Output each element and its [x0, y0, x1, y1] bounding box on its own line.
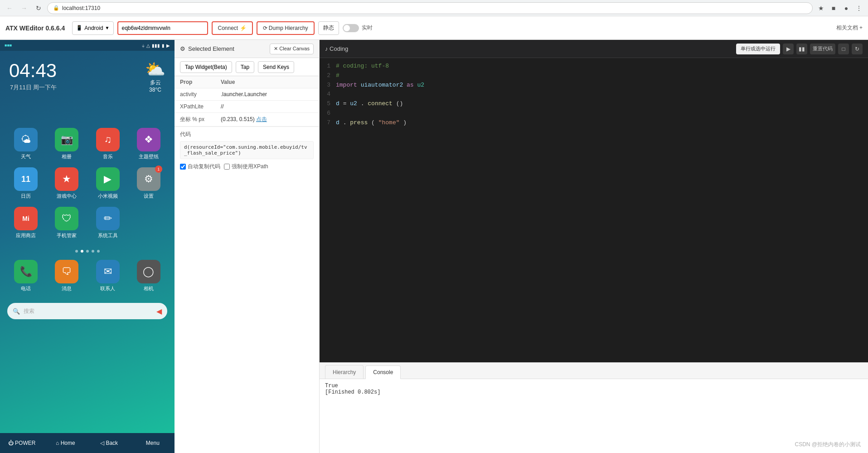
force-xpath-checkbox-wrap[interactable]: 强制使用XPath — [224, 163, 268, 170]
menu-button[interactable]: Menu — [131, 433, 175, 453]
editor-header: ♪ Coding 单行或选中运行 ▶ ▮▮ 重置代码 □ ↻ — [320, 40, 868, 58]
browser-chrome: ← → ↻ 🔒 localhost:17310 ★ ■ ● ⋮ — [0, 0, 868, 16]
reload-button[interactable]: ↻ — [33, 2, 44, 14]
col-prop: Prop — [175, 76, 215, 88]
console-line-2: [Finished 0.802s] — [325, 389, 863, 395]
app-appstore[interactable]: Mi 应用商店 — [9, 207, 43, 239]
bottom-tabs: Hierarchy Console — [320, 363, 868, 379]
home-button[interactable]: ⌂ Home — [44, 433, 87, 453]
forward-button[interactable]: → — [18, 2, 30, 14]
run-button[interactable]: 单行或选中运行 — [736, 44, 780, 54]
connect-button[interactable]: Connect ⚡ — [212, 21, 253, 35]
editor-title: ♪ Coding — [325, 45, 348, 52]
realtime-label: 实时 — [362, 24, 373, 32]
phone-status-bar: ■■■ ⏚ △ ▮▮▮ ▮ ▶ — [0, 40, 175, 51]
inspector-props: Prop Value activity .launcher.Launcher X… — [175, 76, 319, 453]
realtime-toggle[interactable] — [343, 24, 359, 32]
tab-hierarchy[interactable]: Hierarchy — [325, 365, 364, 379]
menu-icon[interactable]: ⋮ — [853, 3, 864, 14]
code-line-2: 2 # — [320, 71, 868, 81]
click-link[interactable]: 点击 — [256, 116, 267, 122]
code-section: 代码 d(resourceId="com.suning.mobile.ebuyi… — [175, 127, 319, 174]
app-tools[interactable]: ✏ 系统工具 — [91, 207, 125, 239]
reload-editor-button[interactable]: ↻ — [852, 44, 863, 54]
weather-icon: ⛅ — [145, 60, 165, 79]
auto-copy-checkbox[interactable] — [180, 164, 186, 170]
phone-panel: ■■■ ⏚ △ ▮▮▮ ▮ ▶ 04:43 7月11日 周一下午 ⛅ 多云 38… — [0, 40, 175, 453]
app-security[interactable]: 🛡 手机管家 — [50, 207, 83, 239]
stop-icon-button[interactable]: ▮▮ — [796, 44, 807, 54]
search-icon: 🔍 — [13, 308, 20, 315]
app-camera[interactable]: ◯ 相机 — [132, 260, 165, 292]
power-button[interactable]: ⏻ POWER — [0, 433, 44, 453]
col-value: Value — [215, 76, 319, 88]
back-nav-button[interactable]: ◁ Back — [87, 433, 131, 453]
page-dots — [0, 250, 175, 253]
app-messages[interactable]: 🗨 消息 — [50, 260, 83, 292]
inspector-panel: ⚙ Selected Element ✕ Clear Canvas Tap Wi… — [175, 40, 320, 453]
arrow-icon: ◀ — [156, 307, 162, 316]
inspector-actions: Tap Widget(Beta) Tap Send Keys — [175, 58, 319, 76]
device-id-input[interactable] — [117, 21, 208, 35]
docs-link[interactable]: 相关文档 + — [836, 24, 863, 32]
run-icon-button[interactable]: ▶ — [783, 44, 794, 54]
inspector-header: ⚙ Selected Element ✕ Clear Canvas — [175, 40, 319, 58]
phone-nav-bar: ⏻ POWER ⌂ Home ◁ Back Menu — [0, 433, 175, 453]
editor-body[interactable]: 1 # coding: utf-8 2 # 3 import uiautomat… — [320, 58, 868, 362]
app-weather[interactable]: 🌤 天气 — [9, 128, 43, 160]
app-games[interactable]: ★ 游戏中心 — [50, 167, 83, 200]
app-calendar[interactable]: 11 日历 — [9, 167, 43, 200]
console-line-1: True — [325, 383, 863, 389]
code-options: 自动复制代码 强制使用XPath — [180, 163, 314, 170]
auto-copy-checkbox-wrap[interactable]: 自动复制代码 — [180, 163, 220, 170]
app-phone[interactable]: 📞 电话 — [9, 260, 43, 292]
table-row: activity .launcher.Launcher — [175, 88, 319, 101]
console-output: True [Finished 0.802s] — [320, 379, 868, 453]
app-themes[interactable]: ❖ 主题壁纸 — [132, 128, 165, 160]
dump-hierarchy-button[interactable]: ⟳ Dump Hierarchy — [257, 21, 315, 35]
code-box: d(resourceId="com.suning.mobile.ebuyid/t… — [180, 141, 314, 159]
app-video[interactable]: ▶ 小米视频 — [91, 167, 125, 200]
editor-console-panel: ♪ Coding 单行或选中运行 ▶ ▮▮ 重置代码 □ ↻ 1 # codin… — [320, 40, 868, 453]
quick-apps: 📞 电话 🗨 消息 ✉ 联系人 ◯ 相机 — [0, 256, 175, 299]
extension-icon[interactable]: ■ — [828, 3, 839, 14]
tab-console[interactable]: Console — [365, 365, 401, 379]
editor-panel: ♪ Coding 单行或选中运行 ▶ ▮▮ 重置代码 □ ↻ 1 # codin… — [320, 40, 868, 362]
address-bar[interactable]: 🔒 localhost:17310 — [47, 2, 813, 14]
force-xpath-checkbox[interactable] — [224, 164, 230, 170]
phone-search-bar[interactable]: 🔍 搜索 ◀ — [7, 303, 167, 319]
code-label: 代码 — [180, 131, 314, 138]
bottom-panel: Hierarchy Console True [Finished 0.802s] — [320, 362, 868, 453]
send-keys-button[interactable]: Send Keys — [258, 61, 294, 73]
inspector-title: ⚙ Selected Element — [180, 45, 234, 52]
app-mail[interactable]: ✉ 联系人 — [91, 260, 125, 292]
code-line-5: 5 d = u2 . connect () — [320, 99, 868, 109]
logs-button[interactable]: 静态 — [318, 21, 339, 35]
weather-desc: 多云 — [145, 79, 165, 87]
app-settings[interactable]: ⚙ 1 设置 — [132, 167, 165, 200]
reset-code-button[interactable]: 重置代码 — [810, 44, 835, 54]
device-selector[interactable]: 📱 Android ▼ — [72, 21, 113, 35]
table-row: XPathLite // — [175, 101, 319, 113]
clear-canvas-button[interactable]: ✕ Clear Canvas — [270, 44, 314, 54]
table-row: 坐标 % px (0.233, 0.515) 点击 — [175, 113, 319, 127]
realtime-toggle-wrap: 实时 — [343, 24, 373, 32]
phone-screen: 04:43 7月11日 周一下午 ⛅ 多云 38°C 🌤 天气 📷 相册 ♫ — [0, 51, 175, 433]
app-music[interactable]: ♫ 音乐 — [91, 128, 125, 160]
props-table: Prop Value activity .launcher.Launcher X… — [175, 76, 319, 127]
app-gallery[interactable]: 📷 相册 — [50, 128, 83, 160]
app-grid-row1: 🌤 天气 📷 相册 ♫ 音乐 ❖ 主题壁纸 11 日 — [0, 92, 175, 246]
profile-icon[interactable]: ● — [841, 3, 852, 14]
code-line-1: 1 # coding: utf-8 — [320, 62, 868, 71]
tap-widget-button[interactable]: Tap Widget(Beta) — [180, 61, 232, 73]
tap-button[interactable]: Tap — [236, 61, 254, 73]
watermark: CSDN @拒绝内卷的小测试 — [795, 441, 861, 448]
code-line-6: 6 — [320, 109, 868, 118]
main-layout: ■■■ ⏚ △ ▮▮▮ ▮ ▶ 04:43 7月11日 周一下午 ⛅ 多云 38… — [0, 40, 868, 453]
clear-editor-button[interactable]: □ — [838, 44, 849, 54]
bookmark-icon[interactable]: ★ — [815, 3, 826, 14]
code-line-4: 4 — [320, 90, 868, 99]
editor-toolbar: 单行或选中运行 ▶ ▮▮ 重置代码 □ ↻ — [736, 44, 863, 54]
back-button[interactable]: ← — [4, 2, 15, 14]
code-line-7: 7 d . press ( "home" ) — [320, 118, 868, 128]
